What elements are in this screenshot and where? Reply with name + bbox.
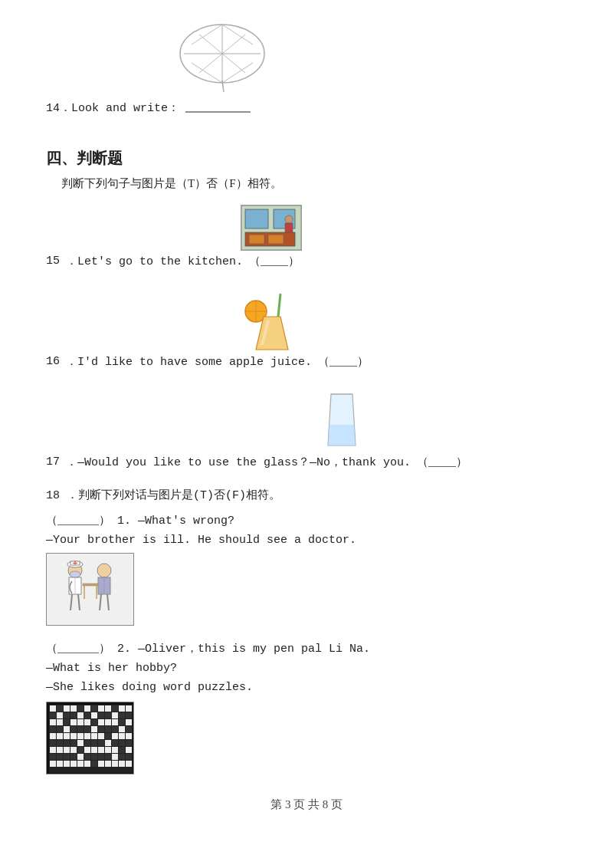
q15-blank: （____） [249, 254, 300, 268]
svg-rect-75 [98, 719, 104, 725]
svg-rect-113 [112, 740, 118, 746]
svg-rect-72 [77, 719, 84, 725]
svg-rect-79 [126, 719, 132, 725]
svg-rect-101 [112, 733, 118, 739]
svg-rect-96 [77, 733, 84, 739]
svg-rect-105 [57, 740, 63, 746]
svg-rect-85 [84, 726, 90, 732]
svg-rect-74 [91, 719, 97, 725]
dialog1-q: （______） 1. —What's wrong? [46, 513, 567, 528]
svg-rect-97 [84, 733, 90, 739]
svg-rect-82 [64, 726, 70, 732]
svg-rect-55 [126, 705, 132, 712]
svg-rect-108 [77, 740, 84, 746]
svg-rect-24 [52, 557, 129, 622]
water-glass-image [325, 390, 363, 452]
svg-rect-64 [105, 712, 111, 718]
svg-rect-60 [77, 712, 84, 718]
svg-rect-86 [91, 726, 97, 732]
svg-rect-125 [112, 747, 118, 753]
word-puzzle-image [46, 702, 134, 774]
section-4-instruction: 判断下列句子与图片是（T）否（F）相符。 [61, 176, 567, 191]
svg-rect-18 [285, 223, 293, 232]
svg-rect-62 [91, 712, 97, 718]
svg-rect-126 [119, 747, 125, 753]
svg-rect-136 [105, 754, 111, 760]
leaf-illustration [169, 15, 276, 92]
svg-rect-89 [112, 726, 118, 732]
svg-rect-98 [91, 733, 97, 739]
dialog2-blank: （______） [46, 643, 110, 656]
dialog1-line1: —What's wrong? [138, 515, 234, 528]
svg-rect-92 [50, 733, 56, 739]
svg-rect-46 [64, 705, 70, 712]
svg-rect-71 [70, 719, 77, 725]
dialog2-a2: —She likes doing word puzzles. [46, 681, 567, 694]
svg-rect-150 [119, 761, 125, 767]
section-4-title: 四、判断题 [46, 148, 567, 169]
svg-rect-114 [119, 740, 125, 746]
q16-blank: （____） [318, 354, 369, 369]
svg-rect-50 [91, 705, 97, 712]
q18-number: 18 [46, 489, 60, 502]
dialog-1: （______） 1. —What's wrong? —Your brother… [46, 513, 567, 626]
svg-rect-78 [119, 719, 125, 725]
svg-rect-111 [98, 740, 104, 746]
q18-title: 18 ．判断下列对话与图片是(T)否(F)相符。 [46, 488, 567, 502]
svg-rect-91 [126, 726, 132, 732]
svg-rect-12 [245, 209, 268, 229]
svg-line-7 [192, 63, 222, 83]
q16-sentence: ．I'd like to have some apple juice. [66, 354, 312, 369]
svg-rect-61 [84, 712, 90, 718]
svg-rect-53 [112, 705, 118, 712]
svg-rect-59 [70, 712, 77, 718]
svg-rect-99 [98, 733, 104, 739]
question-14: 14．Look and write： [46, 98, 254, 117]
svg-line-8 [222, 63, 253, 83]
svg-rect-95 [70, 733, 77, 739]
svg-rect-122 [91, 747, 97, 753]
svg-rect-146 [91, 761, 97, 767]
svg-rect-44 [50, 705, 56, 712]
svg-rect-106 [64, 740, 70, 746]
svg-rect-120 [77, 747, 84, 753]
svg-rect-56 [50, 712, 56, 718]
svg-rect-121 [84, 747, 90, 753]
q17-text: 17 ．—Would you like to use the glass？—No… [46, 455, 567, 469]
svg-line-6 [222, 25, 253, 44]
dialog2-num: 2. [117, 643, 131, 656]
dialog2-a1: —What is her hobby? [46, 662, 567, 675]
svg-rect-147 [98, 761, 104, 767]
q17-number: 17 [46, 455, 60, 469]
svg-rect-47 [70, 705, 77, 712]
dialog2-line2: —What is her hobby? [46, 662, 177, 675]
svg-rect-119 [70, 747, 77, 753]
svg-rect-76 [105, 719, 111, 725]
svg-rect-104 [50, 740, 56, 746]
svg-rect-138 [119, 754, 125, 760]
q14-blank [185, 98, 254, 117]
question-18: 18 ．判断下列对话与图片是(T)否(F)相符。 （______） 1. —Wh… [46, 488, 567, 774]
svg-rect-145 [84, 761, 90, 767]
q17-blank: （____） [417, 455, 467, 469]
svg-rect-51 [98, 705, 104, 712]
svg-line-5 [192, 25, 222, 44]
svg-rect-15 [249, 235, 264, 244]
svg-rect-117 [57, 747, 63, 753]
svg-rect-102 [119, 733, 125, 739]
svg-rect-66 [119, 712, 125, 718]
svg-rect-139 [126, 754, 132, 760]
svg-rect-90 [119, 726, 125, 732]
svg-rect-131 [70, 754, 77, 760]
svg-rect-84 [77, 726, 84, 732]
svg-rect-118 [64, 747, 70, 753]
puzzle-svg [49, 705, 133, 773]
doctor-svg [52, 557, 129, 622]
svg-rect-58 [64, 712, 70, 718]
svg-rect-132 [77, 754, 84, 760]
svg-rect-80 [50, 726, 56, 732]
svg-rect-70 [64, 719, 70, 725]
svg-rect-63 [98, 712, 104, 718]
svg-rect-109 [84, 740, 90, 746]
svg-rect-144 [77, 761, 84, 767]
